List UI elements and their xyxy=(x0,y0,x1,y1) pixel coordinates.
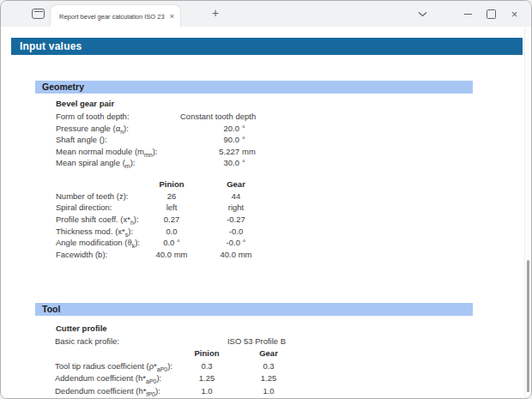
gear-value: 40.0 mm xyxy=(206,249,266,261)
gear-value: -0.27 xyxy=(206,214,266,226)
table-row: Tool tip radius coefficient (ρ*aP0): 0.3… xyxy=(55,360,290,373)
close-button[interactable]: × xyxy=(503,1,526,27)
minimize-button[interactable] xyxy=(456,1,480,27)
row-label: Shaft angle (): xyxy=(56,134,180,146)
row-label: Mean normal module (mmn): xyxy=(56,146,180,158)
report-row: Mean normal module (mmn): 5.227 mm xyxy=(56,146,256,158)
column-header-pinion: Pinion xyxy=(192,348,221,360)
row-label: Spiral direction: xyxy=(56,202,154,214)
browser-window: Report bevel gear calculation ISO 23 × +… xyxy=(0,0,532,399)
browser-titlebar: Report bevel gear calculation ISO 23 × +… xyxy=(1,1,531,27)
geometry-pinion-gear-table: Pinion Gear Number of teeth (z): 26 44 S… xyxy=(56,178,266,261)
row-label: Profile shift coeff. (x*h): xyxy=(56,214,154,226)
table-row: Spiral direction: left right xyxy=(56,202,266,214)
report-row: Form of tooth depth: Constant tooth dept… xyxy=(56,111,256,123)
window-controls: × xyxy=(411,1,526,27)
gear-value: 1.0 xyxy=(247,385,290,398)
tab-actions-icon[interactable] xyxy=(32,9,45,19)
table-header-row: Pinion Gear xyxy=(56,178,266,190)
gear-value: 44 xyxy=(206,190,266,203)
gear-value: 0.3 xyxy=(247,360,290,373)
gear-value: -0.0 ° xyxy=(206,237,266,249)
report-row: Shaft angle (): 90.0 ° xyxy=(56,134,256,146)
row-unit: ° xyxy=(242,123,245,135)
row-label: Dedendum coefficient (h*fP0): xyxy=(55,385,192,398)
pinion-value: 1.0 xyxy=(192,385,221,398)
row-label: Pressure angle (αn): xyxy=(56,123,180,135)
report-main-header: Input values xyxy=(11,38,523,55)
pinion-value: 0.0 ° xyxy=(154,237,189,249)
row-value: Constant tooth depth xyxy=(180,111,256,123)
row-value: ISO 53 Profile B xyxy=(192,336,321,348)
browser-tab[interactable]: Report bevel gear calculation ISO 23 × xyxy=(50,4,181,27)
gear-value: -0.0 xyxy=(206,226,266,238)
subheading-bevel-gear-pair: Bevel gear pair xyxy=(56,99,114,108)
table-row: Addendum coefficient (h*aP0): 1.25 1.25 xyxy=(55,372,290,385)
maximize-button[interactable] xyxy=(480,1,503,27)
tab-title: Report bevel gear calculation ISO 23 xyxy=(59,13,166,21)
row-label: Mean spiral angle (m): xyxy=(56,157,180,169)
row-unit: mm xyxy=(242,146,256,158)
column-header-gear: Gear xyxy=(206,178,266,190)
report-row: Mean spiral angle (m): 30.0 ° xyxy=(56,157,256,169)
chevron-down-icon[interactable] xyxy=(411,1,434,27)
pinion-value: 0.3 xyxy=(192,360,221,373)
gear-value: 1.25 xyxy=(247,372,290,385)
pinion-value: left xyxy=(154,202,189,214)
row-value: 90.0 xyxy=(180,134,239,146)
geometry-info-rows: Form of tooth depth: Constant tooth dept… xyxy=(56,111,256,169)
report-row: Basic rack profile: ISO 53 Profile B xyxy=(55,336,321,348)
column-header-pinion: Pinion xyxy=(154,178,189,190)
tab-close-icon[interactable]: × xyxy=(166,13,174,21)
pinion-value: 1.25 xyxy=(192,372,221,385)
table-row: Number of teeth (z): 26 44 xyxy=(56,190,266,203)
section-header-tool: Tool xyxy=(35,303,473,316)
subheading-cutter-profile: Cutter profile xyxy=(56,323,107,333)
header-spacer xyxy=(56,178,154,190)
gear-value: right xyxy=(206,202,266,214)
row-value: 30.0 xyxy=(180,157,239,169)
header-spacer xyxy=(55,348,192,360)
row-label: Facewidth (b): xyxy=(56,249,154,261)
row-label: Angle modification (ϑk): xyxy=(56,237,154,249)
report-row: Pressure angle (αn): 20.0 ° xyxy=(56,123,256,135)
row-value: 20.0 xyxy=(180,123,239,135)
table-row: Dedendum coefficient (h*fP0): 1.0 1.0 xyxy=(55,385,290,398)
section-header-geometry: Geometry xyxy=(35,81,473,94)
pinion-value: 0.27 xyxy=(154,214,189,226)
row-label: Basic rack profile: xyxy=(55,336,192,348)
table-row: Thickness mod. (x*s): 0.0 -0.0 xyxy=(56,226,266,238)
new-tab-button[interactable]: + xyxy=(208,6,223,21)
column-header-gear: Gear xyxy=(247,348,290,360)
pinion-value: 40.0 mm xyxy=(154,249,189,261)
row-unit: ° xyxy=(242,134,245,146)
scrollbar-thumb[interactable] xyxy=(527,260,529,392)
tool-pinion-gear-table: Pinion Gear Tool tip radius coefficient … xyxy=(55,348,290,397)
row-value: 5.227 xyxy=(180,146,239,158)
pinion-value: 26 xyxy=(154,190,189,203)
row-unit: ° xyxy=(242,157,245,169)
table-header-row: Pinion Gear xyxy=(55,348,290,360)
report-page: Input values Geometry Bevel gear pair Fo… xyxy=(1,27,526,398)
table-row: Facewidth (b): 40.0 mm 40.0 mm xyxy=(56,249,266,261)
table-row: Profile shift coeff. (x*h): 0.27 -0.27 xyxy=(56,214,266,226)
row-label: Number of teeth (z): xyxy=(56,190,154,203)
row-label: Tool tip radius coefficient (ρ*aP0): xyxy=(55,360,192,373)
row-label: Form of tooth depth: xyxy=(56,111,180,123)
pinion-value: 0.0 xyxy=(154,226,189,238)
table-row: Angle modification (ϑk): 0.0 ° -0.0 ° xyxy=(56,237,266,249)
row-label: Addendum coefficient (h*aP0): xyxy=(55,372,192,385)
row-label: Thickness mod. (x*s): xyxy=(56,226,154,238)
tool-info-rows: Basic rack profile: ISO 53 Profile B xyxy=(55,336,321,348)
